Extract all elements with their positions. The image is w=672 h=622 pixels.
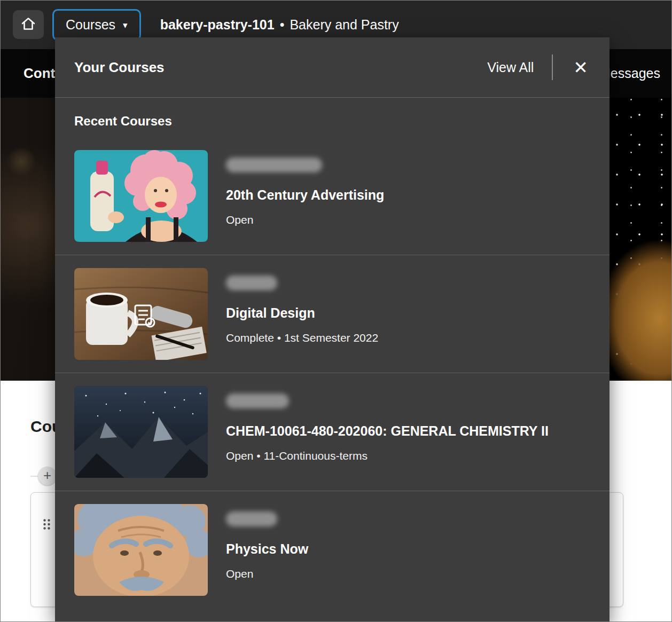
course-row-digital-design[interactable]: Digital Design Complete • 1st Semester 2… bbox=[55, 255, 610, 373]
course-thumbnail-advertising-illustration bbox=[74, 150, 208, 242]
course-status: Open bbox=[226, 214, 384, 226]
course-status: Open • 11-Continuous-terms bbox=[226, 450, 549, 462]
recent-courses-heading: Recent Courses bbox=[74, 114, 590, 129]
courses-menu-button[interactable]: Courses ▾ bbox=[52, 9, 141, 41]
course-status: Complete • 1st Semester 2022 bbox=[226, 332, 378, 344]
view-all-link[interactable]: View All bbox=[487, 60, 534, 75]
breadcrumb: bakery-pastry-101•Bakery and Pastry bbox=[160, 17, 399, 33]
courses-menu-label: Courses bbox=[66, 17, 115, 33]
course-info: 20th Century Advertising Open bbox=[226, 150, 384, 226]
drag-handle-icon[interactable] bbox=[43, 518, 51, 532]
add-content-button[interactable]: + bbox=[38, 467, 57, 485]
breadcrumb-separator: • bbox=[280, 17, 285, 32]
home-button[interactable] bbox=[13, 10, 44, 39]
course-title-link[interactable]: CHEM-10061-480-202060: GENERAL CHEMISTRY… bbox=[226, 423, 549, 439]
course-title-link[interactable]: 20th Century Advertising bbox=[226, 187, 384, 203]
blurred-course-id-badge bbox=[226, 275, 277, 290]
blurred-course-id-badge bbox=[226, 158, 322, 172]
chevron-down-icon: ▾ bbox=[123, 19, 128, 30]
course-thumbnail-coffee-notebook-photo bbox=[74, 268, 208, 360]
course-thumbnail-einstein-figurine-photo bbox=[74, 504, 208, 596]
course-title-link[interactable]: Physics Now bbox=[226, 541, 308, 557]
course-row-chemistry[interactable]: CHEM-10061-480-202060: GENERAL CHEMISTRY… bbox=[55, 373, 610, 491]
close-icon[interactable]: ✕ bbox=[571, 57, 590, 78]
courses-panel-header: Your Courses View All ✕ bbox=[55, 37, 610, 98]
home-icon bbox=[21, 17, 36, 33]
course-info: Digital Design Complete • 1st Semester 2… bbox=[226, 268, 378, 344]
course-row-physics[interactable]: Physics Now Open bbox=[55, 491, 610, 609]
courses-dropdown-panel: Your Courses View All ✕ Recent Courses bbox=[55, 37, 610, 622]
breadcrumb-course-id: bakery-pastry-101 bbox=[160, 17, 275, 32]
pastry-banner-photo bbox=[603, 98, 672, 381]
blurred-course-id-badge bbox=[226, 511, 277, 526]
course-row-advertising[interactable]: 20th Century Advertising Open bbox=[55, 137, 610, 255]
course-thumbnail-night-mountain-photo bbox=[74, 386, 208, 478]
breadcrumb-course-name: Bakery and Pastry bbox=[290, 17, 398, 32]
course-status: Open bbox=[226, 568, 308, 580]
blurred-course-id-badge bbox=[226, 393, 289, 408]
panel-title: Your Courses bbox=[74, 59, 487, 76]
course-info: CHEM-10061-480-202060: GENERAL CHEMISTRY… bbox=[226, 386, 549, 462]
header-divider bbox=[552, 54, 553, 80]
course-title-link[interactable]: Digital Design bbox=[226, 305, 378, 321]
course-info: Physics Now Open bbox=[226, 504, 308, 580]
